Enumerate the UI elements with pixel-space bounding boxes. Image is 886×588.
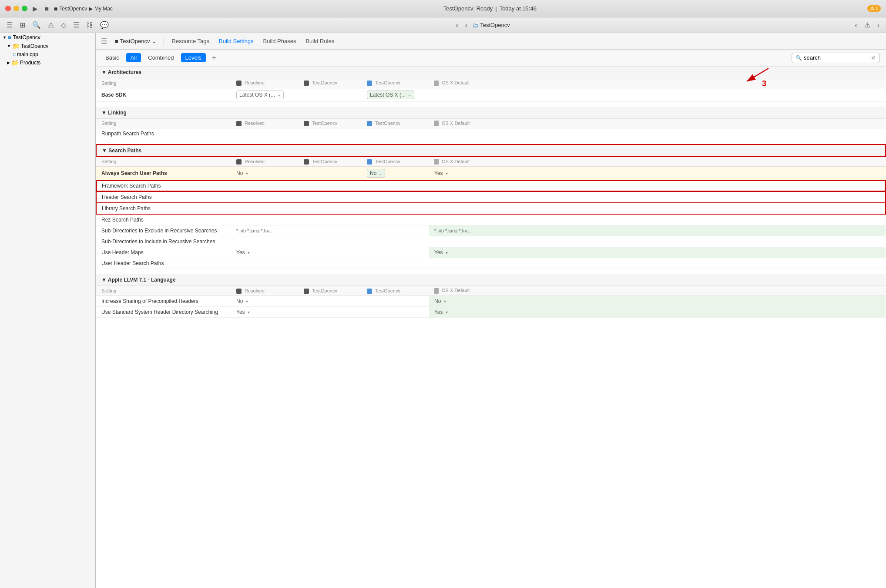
- value-framework-resolved: [231, 180, 299, 192]
- table-row[interactable]: Header Search Paths: [96, 192, 886, 203]
- value-alwayssearch-col5[interactable]: Yes ▾: [429, 167, 886, 181]
- value-sharing-resolved[interactable]: No ▾: [231, 296, 299, 306]
- table-row[interactable]: Library Search Paths: [96, 203, 886, 214]
- value-basesdk-resolved[interactable]: Latest OS X (... ⌄: [231, 88, 299, 101]
- value-sharing-col5[interactable]: No ▾: [429, 296, 886, 306]
- table-row[interactable]: Sub-Directories to Include in Recursive …: [96, 236, 886, 247]
- close-button[interactable]: [5, 6, 11, 11]
- value-header-col4: [362, 192, 429, 203]
- fullscreen-button[interactable]: [22, 6, 27, 11]
- minimize-button[interactable]: [13, 6, 19, 11]
- search-box: 🔍 ✕: [792, 53, 880, 63]
- table-row[interactable]: Rez Search Paths: [96, 214, 886, 225]
- sidebar-toggle-icon[interactable]: ☰: [101, 37, 107, 45]
- value-useheadermaps-resolved[interactable]: Yes ▾: [231, 247, 299, 258]
- sidebar-item-maincpp[interactable]: c main.cpp: [0, 50, 95, 58]
- value-subdirinclude-col5: [429, 236, 886, 247]
- search-clear-button[interactable]: ✕: [871, 54, 876, 61]
- bs-levels-button[interactable]: Levels: [181, 53, 206, 62]
- section-architectures[interactable]: ▼ Architectures: [96, 67, 886, 78]
- value-alwayssearch-col4[interactable]: No ⌄: [362, 167, 429, 181]
- warning-toolbar-button[interactable]: ⚠: [862, 20, 873, 30]
- disclosure-icon: ▼: [3, 35, 7, 40]
- col-setting-header: Setting: [96, 78, 231, 88]
- traffic-lights: [5, 6, 27, 11]
- tab-build-settings[interactable]: Build Settings: [215, 36, 258, 46]
- header-row-linking: Setting Resolved TestOpencv TestOpencv: [96, 118, 886, 128]
- play-button[interactable]: ▶: [31, 4, 40, 13]
- tab-build-phases[interactable]: Build Phases: [259, 36, 301, 46]
- col-resolved-header4: Resolved: [231, 286, 299, 296]
- inspector-back-button[interactable]: ‹: [852, 20, 859, 30]
- value-library-col3: [299, 203, 362, 214]
- section-search-paths[interactable]: ▼ Search Paths: [96, 144, 886, 157]
- nav-forward-button[interactable]: ›: [463, 20, 470, 30]
- table-row[interactable]: Use Standard System Header Directory Sea…: [96, 306, 886, 317]
- breadcrumb-nav[interactable]: 🗂 TestOpencv: [472, 22, 510, 29]
- bs-combined-button[interactable]: Combined: [144, 53, 177, 62]
- section-applellvm[interactable]: ▼ Apple LLVM 7.1 - Language: [96, 274, 886, 286]
- tab-resource-tags[interactable]: Resource Tags: [168, 36, 214, 46]
- value-sysheader-col5[interactable]: Yes ▾: [429, 306, 886, 317]
- table-row[interactable]: Always Search User Paths No ▾ No ⌄ Yes ▾: [96, 167, 886, 181]
- nav-back-button[interactable]: ‹: [454, 20, 460, 30]
- bs-basic-button[interactable]: Basic: [102, 53, 123, 62]
- value-basesdk-col4[interactable]: Latest OS X (... ⌄: [362, 88, 429, 101]
- bs-add-button[interactable]: +: [209, 53, 218, 63]
- sidebar-toggle-button[interactable]: ☰: [4, 20, 15, 30]
- table-row[interactable]: Framework Search Paths: [96, 180, 886, 192]
- title-divider: |: [495, 5, 497, 12]
- table-row[interactable]: Runpath Search Paths: [96, 128, 886, 139]
- search-input[interactable]: [804, 54, 869, 61]
- table-row[interactable]: Sub-Directories to Exclude in Recursive …: [96, 225, 886, 236]
- value-runpath-col5: [429, 128, 886, 139]
- value-sharing-col3: [299, 296, 362, 306]
- stop-button[interactable]: ■: [43, 4, 50, 13]
- list-button[interactable]: ☰: [71, 20, 81, 30]
- bookmark-button[interactable]: ◇: [59, 20, 68, 30]
- value-subdirinclude-col3: [299, 236, 362, 247]
- scheme-label: TestOpencv: [60, 6, 87, 12]
- value-framework-col5: [429, 180, 886, 192]
- setting-name-alwayssearch: Always Search User Paths: [96, 167, 231, 181]
- search-button[interactable]: 🔍: [30, 20, 43, 30]
- table-row[interactable]: Increase Sharing of Precompiled Headers …: [96, 296, 886, 306]
- project-selector[interactable]: ■ TestOpencv ⌄: [111, 37, 160, 46]
- value-subdirinclude-col4: [362, 236, 429, 247]
- warning-button[interactable]: ⚠: [46, 20, 56, 30]
- value-rez-col5: [429, 214, 886, 225]
- sidebar-item-products[interactable]: ▶ 📁 Products: [0, 58, 95, 67]
- inspector-forward-button[interactable]: ›: [875, 20, 882, 30]
- comment-button[interactable]: 💬: [98, 20, 111, 30]
- bs-all-button[interactable]: All: [126, 53, 141, 62]
- setting-name-library: Library Search Paths: [96, 203, 231, 214]
- settings-scroll[interactable]: 3 ▼ Architectures: [96, 66, 886, 588]
- setting-name-rez: Rez Search Paths: [96, 214, 231, 225]
- value-sysheader-resolved[interactable]: Yes ▾: [231, 306, 299, 317]
- value-alwayssearch-resolved[interactable]: No ▾: [231, 167, 299, 181]
- value-useheadermaps-col5[interactable]: Yes ▾: [429, 247, 886, 258]
- tab-build-rules[interactable]: Build Rules: [301, 36, 339, 46]
- col-test2-label: TestOpencv: [375, 80, 400, 85]
- sidebar-item-testopencv-group[interactable]: ▼ 📁 TestOpencv: [0, 42, 95, 50]
- settings-table: ▼ Architectures Setting Resolved TestOpe…: [96, 66, 886, 335]
- sidebar-item-project[interactable]: ▼ ■ TestOpencv: [0, 33, 95, 42]
- tab-bar: ☰ ■ TestOpencv ⌄ Resource Tags Build Set…: [96, 33, 886, 50]
- col-resolved-header3: Resolved: [231, 157, 299, 167]
- folder-icon: 📁: [12, 43, 20, 50]
- section-linking-label: Linking: [108, 110, 127, 116]
- editor-toggle-button[interactable]: ⊞: [17, 20, 27, 30]
- link-button[interactable]: ⛓: [84, 20, 95, 30]
- table-row[interactable]: Use Header Maps Yes ▾ Yes ▾: [96, 247, 886, 258]
- section-linking[interactable]: ▼ Linking: [96, 107, 886, 118]
- col-test2-header4: TestOpencv: [362, 286, 429, 296]
- col-setting-header2: Setting: [96, 118, 231, 128]
- toolbar: ☰ ⊞ 🔍 ⚠ ◇ ☰ ⛓ 💬 ‹ › 🗂 TestOpencv ‹ ⚠ ›: [0, 17, 886, 33]
- value-sysheader-col4: [362, 306, 429, 317]
- value-library-col5: [429, 203, 886, 214]
- setting-name-framework: Framework Search Paths: [96, 180, 231, 192]
- col-test1-header3: TestOpencv: [299, 157, 362, 167]
- table-row[interactable]: Base SDK Latest OS X (... ⌄ Latest OS X …: [96, 88, 886, 101]
- table-row[interactable]: User Header Search Paths: [96, 258, 886, 269]
- warning-badge[interactable]: ⚠ 1: [867, 5, 881, 12]
